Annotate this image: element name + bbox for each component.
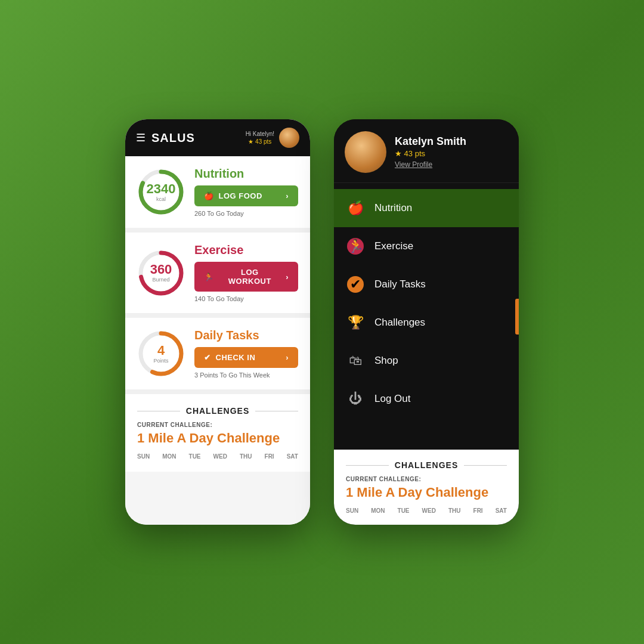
menu-icon[interactable]: ☰	[136, 131, 145, 144]
chevron-right-icon: ›	[286, 273, 289, 281]
exercise-ring: 360 Burned	[137, 249, 185, 297]
tasks-info: Daily Tasks ✔ CHECK IN › 3 Points To Go …	[194, 329, 298, 379]
current-challenge-label-2: CURRENT CHALLENGE:	[346, 476, 507, 482]
trophy-menu-icon: 🏆	[348, 315, 364, 330]
greeting-text: Hi Katelyn!	[246, 131, 274, 137]
phones-container: ☰ SALUS Hi Katelyn! ★ 43 pts	[125, 119, 519, 525]
day-wed: WED	[213, 453, 227, 460]
day-tue-2: TUE	[398, 507, 410, 514]
tasks-menu-icon: ✔	[346, 275, 365, 294]
phone-menu: Katelyn Smith ★ 43 pts View Profile 🍎 Nu…	[334, 119, 519, 525]
chevron-right-icon: ›	[286, 191, 289, 200]
challenges-section: CHALLENGES CURRENT CHALLENGE: 1 Mile A D…	[125, 394, 310, 472]
day-mon-2: MON	[371, 507, 385, 514]
shop-menu-label: Shop	[374, 355, 398, 367]
tasks-ring-text: 4 Points	[137, 330, 185, 377]
user-info: Katelyn Smith ★ 43 pts View Profile	[395, 135, 508, 169]
bag-menu-icon: 🛍	[349, 353, 362, 369]
exercise-menu-label: Exercise	[374, 240, 413, 252]
challenges-title: CHALLENGES	[186, 406, 249, 416]
runner-icon: 🏃	[204, 273, 214, 281]
profile-header: Katelyn Smith ★ 43 pts View Profile	[334, 119, 519, 183]
tasks-title: Daily Tasks	[194, 329, 298, 342]
apple-menu-icon: 🍎	[348, 200, 364, 216]
challenges-menu-label: Challenges	[374, 317, 425, 329]
avatar-image	[279, 128, 299, 148]
day-tue: TUE	[189, 453, 201, 460]
day-sun: SUN	[137, 453, 150, 460]
check-in-label: CHECK IN	[216, 353, 256, 362]
shop-menu-icon: 🛍	[346, 351, 365, 370]
nutrition-title: Nutrition	[194, 167, 298, 181]
log-food-label: LOG FOOD	[219, 191, 262, 200]
exercise-title: Exercise	[194, 243, 298, 257]
log-workout-label: LOG WORKOUT	[219, 268, 281, 286]
nutrition-menu-label: Nutrition	[374, 202, 412, 214]
phone-main: ☰ SALUS Hi Katelyn! ★ 43 pts	[125, 119, 310, 525]
logout-menu-label: Log Out	[374, 393, 411, 405]
check-in-button[interactable]: ✔ CHECK IN ›	[194, 347, 298, 368]
exercise-note: 140 To Go Today	[194, 295, 298, 302]
challenges-title-2: CHALLENGES	[395, 460, 458, 470]
nutrition-ring: 2340 kcal	[137, 168, 185, 216]
daily-tasks-card: 4 Points Daily Tasks ✔ CHECK IN › 3 Poin…	[125, 318, 310, 394]
challenges-menu-icon: 🏆	[346, 313, 365, 332]
tasks-note: 3 Points To Go This Week	[194, 371, 298, 379]
challenge-name-2: 1 Mile A Day Challenge	[346, 485, 507, 500]
day-wed-2: WED	[422, 507, 436, 514]
challenges-header: CHALLENGES	[137, 406, 298, 416]
menu-item-challenges[interactable]: 🏆 Challenges	[334, 304, 519, 342]
challenge-name: 1 Mile A Day Challenge	[137, 431, 298, 446]
exercise-value: 360	[150, 263, 172, 276]
power-menu-icon: ⏻	[349, 391, 362, 407]
menu-item-shop[interactable]: 🛍 Shop	[334, 342, 519, 380]
line-left-2	[346, 465, 389, 466]
exercise-ring-text: 360 Burned	[137, 249, 185, 297]
avatar-large	[345, 131, 386, 173]
exercise-card: 360 Burned Exercise 🏃 LOG WORKOUT › 140 …	[125, 233, 310, 318]
days-row-2: SUN MON TUE WED THU FRI SAT	[346, 507, 507, 514]
log-food-button[interactable]: 🍎 LOG FOOD ›	[194, 185, 298, 206]
app-header: ☰ SALUS Hi Katelyn! ★ 43 pts	[125, 119, 310, 156]
line-left	[137, 411, 180, 411]
nutrition-unit: kcal	[156, 196, 166, 202]
day-mon: MON	[162, 453, 176, 460]
user-points: ★ 43 pts	[395, 149, 508, 158]
current-challenge-label: CURRENT CHALLENGE:	[137, 422, 298, 428]
nutrition-info: Nutrition 🍎 LOG FOOD › 260 To Go Today	[194, 167, 298, 217]
chevron-right-icon: ›	[286, 353, 289, 362]
points-text: ★ 43 pts	[248, 138, 271, 145]
apple-icon: 🍎	[204, 191, 214, 200]
phone2-challenges: CHALLENGES CURRENT CHALLENGE: 1 Mile A D…	[334, 450, 519, 525]
days-row: SUN MON TUE WED THU FRI SAT	[137, 453, 298, 460]
nutrition-ring-text: 2340 kcal	[137, 168, 185, 216]
view-profile-link[interactable]: View Profile	[395, 160, 508, 169]
menu-item-exercise[interactable]: 🏃 Exercise	[334, 227, 519, 265]
user-greeting: Hi Katelyn! ★ 43 pts	[246, 131, 274, 145]
nutrition-card: 2340 kcal Nutrition 🍎 LOG FOOD › 260 To …	[125, 156, 310, 233]
tasks-ring: 4 Points	[137, 330, 185, 377]
nutrition-note: 260 To Go Today	[194, 210, 298, 217]
runner-menu-icon: 🏃	[347, 238, 364, 255]
line-right-2	[464, 465, 507, 466]
challenges-header-2: CHALLENGES	[346, 460, 507, 470]
day-thu-2: THU	[448, 507, 461, 514]
check-menu-icon: ✔	[347, 276, 364, 293]
day-fri-2: FRI	[473, 507, 483, 514]
exercise-unit: Burned	[152, 277, 169, 283]
app-title: SALUS	[151, 131, 195, 145]
phone-body: 2340 kcal Nutrition 🍎 LOG FOOD › 260 To …	[125, 156, 310, 525]
exercise-info: Exercise 🏃 LOG WORKOUT › 140 To Go Today	[194, 243, 298, 302]
header-left: ☰ SALUS	[136, 131, 195, 145]
menu-item-logout[interactable]: ⏻ Log Out	[334, 380, 519, 418]
avatar[interactable]	[279, 128, 299, 148]
tasks-value: 4	[157, 344, 165, 357]
user-name: Katelyn Smith	[395, 135, 508, 148]
tasks-unit: Points	[153, 358, 168, 364]
log-workout-button[interactable]: 🏃 LOG WORKOUT ›	[194, 262, 298, 292]
logout-menu-icon: ⏻	[346, 389, 365, 408]
menu-item-daily-tasks[interactable]: ✔ Daily Tasks	[334, 265, 519, 304]
daily-tasks-menu-label: Daily Tasks	[374, 278, 426, 290]
line-right	[255, 411, 298, 411]
menu-item-nutrition[interactable]: 🍎 Nutrition	[334, 189, 519, 227]
